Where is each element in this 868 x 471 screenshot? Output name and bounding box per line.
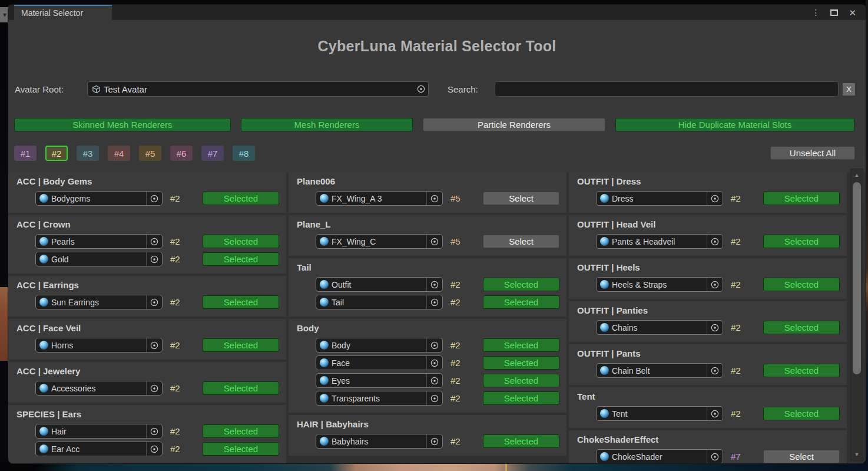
select-toggle-button[interactable]: Selected — [203, 338, 279, 352]
toolbar-filter-button[interactable]: Skinned Mesh Renderers — [14, 118, 231, 131]
select-toggle-button[interactable]: Selected — [763, 321, 840, 334]
picker-target-icon[interactable] — [426, 192, 442, 205]
material-index-tag[interactable]: #4 — [108, 146, 130, 161]
select-toggle-button[interactable]: Selected — [763, 192, 840, 205]
select-toggle-button[interactable]: Selected — [483, 295, 559, 309]
material-object-field[interactable]: Face — [316, 355, 443, 370]
select-toggle-button[interactable]: Selected — [483, 356, 559, 370]
picker-target-icon[interactable] — [426, 374, 442, 387]
select-toggle-button[interactable]: Selected — [203, 424, 279, 438]
picker-target-icon[interactable] — [707, 450, 723, 463]
toolbar-filter-button[interactable]: Mesh Renderers — [241, 118, 413, 131]
picker-target-icon[interactable] — [426, 338, 442, 352]
picker-target-icon[interactable] — [146, 235, 162, 248]
select-toggle-button[interactable]: Select — [483, 235, 559, 248]
material-object-field[interactable]: FX_Wing_A 3 — [316, 191, 443, 206]
picker-target-icon[interactable] — [146, 442, 162, 456]
select-toggle-button[interactable]: Selected — [203, 381, 279, 395]
select-toggle-button[interactable]: Selected — [763, 407, 840, 420]
avatar-root-object-field[interactable]: Test Avatar — [87, 81, 429, 97]
close-icon[interactable]: ✕ — [849, 8, 856, 17]
material-object-field[interactable]: Dress — [596, 191, 723, 206]
select-toggle-button[interactable]: Selected — [483, 278, 559, 291]
select-toggle-button[interactable]: Selected — [763, 364, 840, 377]
select-toggle-button[interactable]: Selected — [203, 235, 279, 248]
picker-target-icon[interactable] — [146, 338, 162, 352]
select-toggle-button[interactable]: Selected — [203, 295, 279, 309]
scroll-down-arrow-icon[interactable]: ▼ — [851, 450, 863, 459]
select-toggle-button[interactable]: Select — [763, 450, 840, 463]
material-object-field[interactable]: Accessories — [35, 381, 163, 396]
material-object-field[interactable]: Heels & Straps — [596, 277, 723, 292]
material-index-tag[interactable]: #7 — [201, 146, 224, 161]
material-index-tag[interactable]: #8 — [233, 146, 255, 161]
select-toggle-button[interactable]: Selected — [483, 434, 559, 448]
material-object-field[interactable]: Ear Acc — [35, 442, 163, 456]
material-object-field[interactable]: Eyes — [316, 373, 443, 388]
picker-target-icon[interactable] — [707, 278, 723, 291]
picker-target-icon[interactable] — [707, 321, 723, 334]
search-input[interactable] — [495, 81, 839, 97]
picker-target-icon[interactable] — [707, 192, 723, 205]
vertical-scrollbar[interactable]: ▲ ▼ — [850, 169, 863, 461]
material-index-tag[interactable]: #2 — [45, 146, 68, 161]
material-object-field[interactable]: Bodygems — [35, 191, 163, 206]
material-object-field[interactable]: Horns — [35, 338, 163, 353]
material-object-field[interactable]: Transparents — [316, 391, 443, 406]
select-toggle-button[interactable]: Select — [483, 192, 559, 205]
select-toggle-button[interactable]: Selected — [203, 442, 279, 456]
scroll-up-arrow-icon[interactable]: ▲ — [851, 170, 863, 180]
material-object-field[interactable]: Babyhairs — [316, 434, 443, 449]
search-clear-button[interactable]: X — [842, 83, 856, 96]
unselect-all-button[interactable]: Unselect All — [770, 146, 855, 160]
select-toggle-button[interactable]: Selected — [483, 338, 559, 352]
picker-target-icon[interactable] — [146, 295, 162, 309]
picker-target-icon[interactable] — [707, 407, 723, 420]
picker-target-icon[interactable] — [146, 252, 162, 266]
select-toggle-button[interactable]: Selected — [203, 252, 279, 266]
picker-target-icon[interactable] — [426, 278, 442, 291]
picker-target-icon[interactable] — [146, 192, 162, 205]
material-column: OUTFIT | Dress Dress #2 Selected OUTFIT … — [569, 172, 847, 463]
picker-target-icon[interactable] — [707, 364, 723, 377]
picker-target-icon[interactable] — [146, 381, 162, 395]
picker-target-icon[interactable] — [426, 295, 442, 309]
kebab-menu-icon[interactable]: ⋮ — [811, 8, 820, 17]
material-index-tag[interactable]: #6 — [170, 146, 193, 161]
scrollbar-thumb[interactable] — [853, 182, 861, 374]
tab-material-selector[interactable]: Material Selector — [14, 5, 112, 20]
material-slot-row: ChokeShader #7 Select — [596, 449, 840, 463]
picker-target-icon[interactable] — [426, 235, 442, 248]
select-toggle-button[interactable]: Selected — [483, 391, 559, 405]
picker-target-icon[interactable] — [426, 356, 442, 370]
material-object-field[interactable]: Pearls — [35, 234, 163, 249]
material-object-field[interactable]: Tent — [596, 406, 723, 421]
select-toggle-button[interactable]: Selected — [763, 235, 840, 248]
material-object-field[interactable]: Pants & Headveil — [596, 234, 723, 249]
maximize-icon[interactable] — [830, 9, 838, 16]
toolbar-filter-button[interactable]: Particle Renderers — [423, 118, 605, 131]
material-object-field[interactable]: Outfit — [316, 277, 443, 292]
material-object-field[interactable]: Sun Earrings — [35, 295, 163, 309]
picker-target-icon[interactable] — [426, 434, 442, 448]
picker-target-icon[interactable] — [707, 235, 723, 248]
material-object-field[interactable]: Hair — [35, 424, 163, 439]
material-object-field[interactable]: Body — [316, 338, 443, 353]
select-toggle-button[interactable]: Selected — [483, 374, 559, 387]
material-object-field[interactable]: Chain Belt — [596, 363, 723, 378]
material-index-tag[interactable]: #1 — [14, 146, 37, 161]
select-toggle-button[interactable]: Selected — [203, 192, 279, 205]
picker-target-icon[interactable] — [426, 391, 442, 405]
picker-target-icon[interactable] — [146, 424, 162, 438]
picker-target-icon[interactable] — [416, 84, 426, 94]
material-index-tag[interactable]: #3 — [77, 146, 99, 161]
material-object-field[interactable]: Chains — [596, 320, 723, 335]
select-toggle-button[interactable]: Selected — [763, 278, 840, 291]
material-object-field[interactable]: Gold — [35, 252, 163, 266]
toolbar-filter-button[interactable]: Hide Duplicate Material Slots — [615, 118, 854, 131]
material-object-field[interactable]: FX_Wing_C — [316, 234, 443, 249]
material-object-field[interactable]: ChokeShader — [596, 449, 723, 463]
material-object-field[interactable]: Tail — [316, 295, 443, 309]
material-group: Plane_L FX_Wing_C #5 Select — [289, 215, 566, 256]
material-index-tag[interactable]: #5 — [139, 146, 161, 161]
